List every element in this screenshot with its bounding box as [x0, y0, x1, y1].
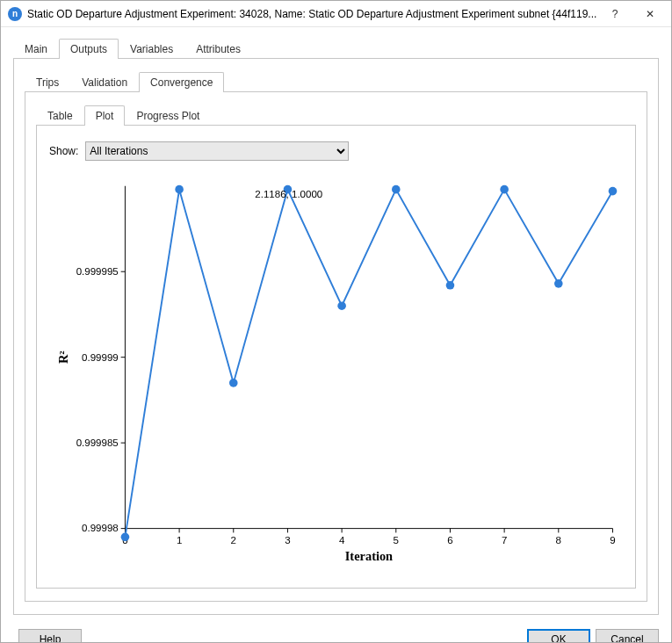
svg-point-34 — [229, 379, 238, 387]
tab-sub1-validation[interactable]: Validation — [70, 72, 139, 92]
tab-sub1-trips[interactable]: Trips — [25, 72, 70, 92]
svg-text:0.99998: 0.99998 — [82, 523, 119, 533]
tab-main-variables[interactable]: Variables — [119, 39, 184, 59]
svg-point-33 — [175, 185, 184, 194]
svg-text:2.1186, 1.0000: 2.1186, 1.0000 — [255, 189, 322, 199]
svg-point-36 — [337, 301, 346, 310]
help-button-footer[interactable]: Help — [18, 629, 82, 643]
window-title: Static OD Departure Adjustment Experimen… — [27, 8, 597, 20]
svg-text:R²: R² — [56, 350, 70, 364]
dialog-footer: Help OK Cancel — [1, 629, 671, 643]
tab-main-attributes[interactable]: Attributes — [184, 39, 252, 59]
chart: 0.999980.9999850.999990.9999950123456789… — [49, 170, 623, 574]
titlebar: n Static OD Departure Adjustment Experim… — [1, 1, 671, 27]
outputs-panel: TripsValidationConvergence TablePlotProg… — [13, 59, 659, 615]
svg-text:8: 8 — [556, 535, 561, 545]
svg-point-41 — [609, 187, 618, 196]
show-row: Show: All Iterations — [49, 141, 623, 161]
svg-text:0.99999: 0.99999 — [82, 352, 119, 363]
show-select[interactable]: All Iterations — [85, 141, 349, 161]
tabs-sub2: TablePlotProgress Plot — [36, 105, 636, 126]
svg-text:1: 1 — [177, 535, 182, 545]
svg-point-37 — [392, 185, 401, 194]
svg-text:9: 9 — [610, 535, 615, 545]
app-icon: n — [8, 7, 22, 21]
svg-text:0.999985: 0.999985 — [76, 437, 119, 448]
svg-point-39 — [500, 185, 509, 194]
svg-text:7: 7 — [502, 535, 507, 545]
ok-button[interactable]: OK — [527, 629, 590, 643]
svg-point-40 — [554, 279, 563, 288]
svg-text:3: 3 — [285, 535, 290, 545]
svg-text:6: 6 — [447, 535, 452, 545]
chart-svg: 0.999980.9999850.999990.9999950123456789… — [49, 170, 623, 574]
svg-text:0.999995: 0.999995 — [76, 266, 119, 277]
svg-point-38 — [446, 281, 455, 290]
close-button[interactable]: ✕ — [632, 2, 668, 26]
plot-panel: Show: All Iterations 0.999980.9999850.99… — [36, 126, 636, 589]
cancel-button[interactable]: Cancel — [596, 629, 659, 643]
tab-sub1-convergence[interactable]: Convergence — [139, 72, 224, 92]
tabs-main: MainOutputsVariablesAttributes — [13, 38, 659, 59]
tab-sub2-progress-plot[interactable]: Progress Plot — [125, 105, 211, 126]
svg-text:4: 4 — [339, 535, 345, 545]
show-label: Show: — [49, 145, 78, 157]
help-button[interactable]: ? — [597, 2, 632, 26]
svg-text:5: 5 — [394, 535, 399, 545]
tab-main-outputs[interactable]: Outputs — [59, 39, 119, 59]
convergence-panel: TablePlotProgress Plot Show: All Iterati… — [25, 92, 647, 602]
svg-point-32 — [121, 533, 130, 542]
tab-main-main[interactable]: Main — [13, 39, 59, 59]
tab-sub2-table[interactable]: Table — [36, 105, 84, 126]
tabs-sub1: TripsValidationConvergence — [25, 71, 647, 92]
svg-text:Iteration: Iteration — [345, 549, 393, 563]
tab-sub2-plot[interactable]: Plot — [84, 105, 126, 126]
svg-text:2: 2 — [231, 535, 236, 545]
